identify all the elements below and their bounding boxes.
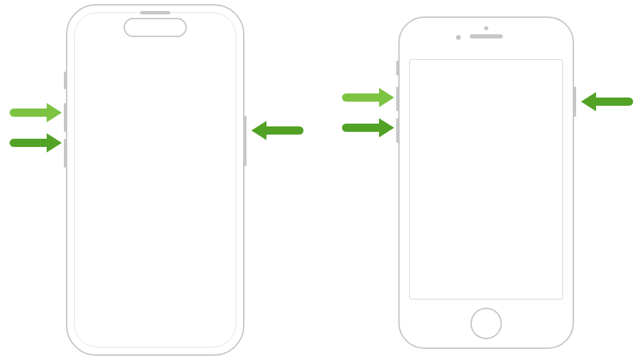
arrow-head-icon	[581, 92, 596, 111]
volume-down-button	[64, 139, 66, 168]
arrow-shaft	[342, 124, 379, 132]
volume-up-button	[64, 103, 66, 132]
arrow-shaft	[10, 139, 47, 147]
arrow-volume-up-button	[10, 103, 62, 122]
dynamic-island-icon	[124, 18, 187, 37]
earpiece-speaker-icon	[140, 11, 170, 14]
phone-modern	[66, 4, 244, 356]
arrow-shaft	[596, 98, 633, 106]
arrow-head-icon	[379, 118, 394, 137]
arrow-head-icon	[379, 88, 394, 107]
arrow-side-button	[251, 121, 304, 140]
arrow-shaft	[266, 126, 304, 135]
volume-down-button	[396, 118, 398, 143]
side-button	[244, 115, 247, 166]
arrow-volume-down-button	[10, 133, 62, 152]
volume-up-button	[396, 87, 398, 111]
arrow-head-icon	[251, 121, 266, 140]
phone-screen	[74, 12, 236, 348]
diagram-stage	[0, 0, 640, 364]
ring-silent-switch	[396, 60, 398, 76]
earpiece-speaker-icon	[470, 34, 503, 38]
side-button	[574, 87, 576, 117]
arrow-head-icon	[47, 103, 62, 122]
arrow-shaft	[342, 93, 379, 102]
phone-screen	[409, 59, 563, 299]
proximity-sensor-icon	[484, 26, 488, 30]
arrow-shaft	[10, 109, 47, 117]
phone-home-button	[398, 16, 574, 349]
arrow-volume-down-button	[342, 118, 394, 137]
front-camera-icon	[456, 35, 461, 40]
ring-silent-switch	[64, 71, 66, 89]
arrow-volume-up-button	[342, 88, 394, 107]
arrow-side-button	[581, 92, 633, 111]
top-bezel	[400, 18, 573, 60]
home-button-icon	[470, 308, 502, 339]
arrow-head-icon	[47, 133, 62, 152]
